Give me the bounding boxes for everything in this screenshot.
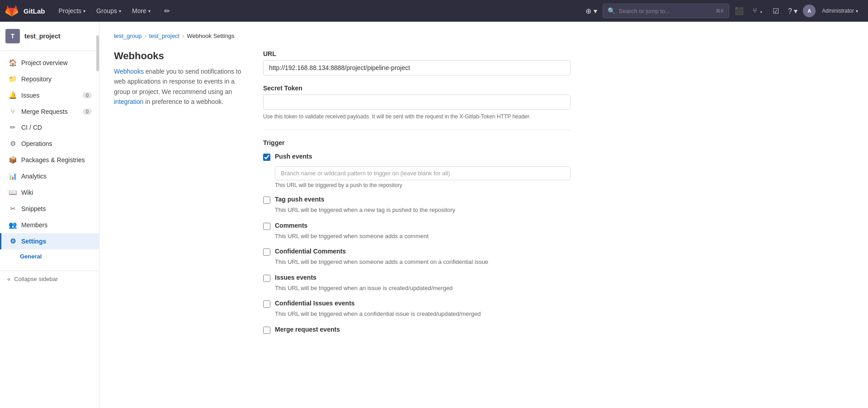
project-avatar: T <box>5 29 20 43</box>
sidebar-item-packages[interactable]: 📦 Packages & Registries <box>0 152 99 168</box>
sidebar-item-issues[interactable]: 🔔 Issues 0 <box>0 87 99 103</box>
trigger-tag-push-events: Tag push events This URL will be trigger… <box>263 196 571 215</box>
packages-icon: 📦 <box>9 156 17 164</box>
sidebar-item-cicd[interactable]: ✏ CI / CD <box>0 119 99 136</box>
webhook-layout: Webhooks Webhooks enable you to send not… <box>114 50 854 341</box>
collapse-icon: « <box>7 276 10 282</box>
sidebar-project-header: T test_project <box>0 22 99 51</box>
issues-badge: 0 <box>83 92 92 98</box>
gitlab-logo[interactable] <box>5 5 18 17</box>
secret-token-form-group: Secret Token Use this token to validate … <box>263 84 571 121</box>
sidebar-item-repository[interactable]: 📁 Repository <box>0 71 99 87</box>
secret-token-input[interactable] <box>263 94 571 110</box>
breadcrumb-test-project[interactable]: test_project <box>149 33 179 39</box>
pencil-icon-btn[interactable]: ✏ <box>160 4 174 18</box>
trigger-comments-row: Comments <box>263 222 571 230</box>
dock-icon-btn[interactable]: ⬛ <box>731 4 747 18</box>
sidebar-item-settings[interactable]: ⚙ Settings <box>0 233 99 249</box>
trigger-confidential-comments-row: Confidential Comments <box>263 248 571 256</box>
sidebar-nav: 🏠 Project overview 📁 Repository 🔔 Issues… <box>0 51 99 267</box>
settings-icon: ⚙ <box>9 237 17 245</box>
sidebar-sub-item-general[interactable]: General <box>0 249 99 263</box>
webhook-form: URL Secret Token Use this token to valid… <box>263 50 571 341</box>
scrollbar-thumb[interactable] <box>96 35 99 71</box>
search-bar[interactable]: 🔍 ⌘K <box>603 4 729 18</box>
scrollbar-track <box>96 22 99 408</box>
sidebar-item-merge-requests[interactable]: ⑂ Merge Requests 0 <box>0 103 99 119</box>
sidebar-item-operations[interactable]: ⚙ Operations <box>0 136 99 152</box>
sidebar-item-wiki[interactable]: 📖 Wiki <box>0 184 99 201</box>
push-events-checkbox[interactable] <box>263 154 270 161</box>
merge-request-events-label[interactable]: Merge request events <box>275 326 340 333</box>
confidential-issues-events-checkbox[interactable] <box>263 300 270 308</box>
help-icon-btn[interactable]: ? ▾ <box>784 4 801 18</box>
trigger-issues-events: Issues events This URL will be triggered… <box>263 274 571 293</box>
comments-label[interactable]: Comments <box>275 222 307 229</box>
trigger-confidential-comments: Confidential Comments This URL will be t… <box>263 248 571 267</box>
webhooks-link[interactable]: Webhooks <box>114 68 144 75</box>
breadcrumb-test-group[interactable]: test_group <box>114 33 142 39</box>
sidebar: T test_project 🏠 Project overview 📁 Repo… <box>0 22 99 408</box>
secret-token-hint: Use this token to validate received payl… <box>263 113 571 121</box>
confidential-issues-events-label[interactable]: Confidential Issues events <box>275 300 355 307</box>
chevron-down-icon: ▾ <box>119 9 121 14</box>
nav-groups[interactable]: Groups ▾ <box>92 5 126 17</box>
sidebar-item-members[interactable]: 👥 Members <box>0 217 99 233</box>
sidebar-item-project-overview[interactable]: 🏠 Project overview <box>0 55 99 71</box>
confidential-comments-label[interactable]: Confidential Comments <box>275 248 346 255</box>
merge-request-icon-btn[interactable]: ⑂ ▾ <box>749 4 767 18</box>
trigger-merge-request-row: Merge request events <box>263 326 571 334</box>
trigger-comments: Comments This URL will be triggered when… <box>263 222 571 241</box>
trigger-tag-push-row: Tag push events <box>263 196 571 204</box>
sidebar-item-analytics[interactable]: 📊 Analytics <box>0 168 99 184</box>
chevron-down-icon: ▾ <box>148 9 151 14</box>
collapse-sidebar-btn[interactable]: « Collapse sidebar <box>0 271 99 287</box>
project-name: test_project <box>24 33 60 40</box>
issues-events-label[interactable]: Issues events <box>275 274 316 281</box>
trigger-merge-request-events: Merge request events <box>263 326 571 334</box>
url-label: URL <box>263 50 571 57</box>
plus-icon-btn[interactable]: ⊕ ▾ <box>582 4 600 18</box>
integration-link[interactable]: integration <box>114 98 143 105</box>
trigger-push-events: Push events This URL will be triggered b… <box>263 153 571 188</box>
operations-icon: ⚙ <box>9 140 17 148</box>
cicd-icon: ✏ <box>9 123 17 131</box>
todo-icon-btn[interactable]: ☑ <box>769 4 783 18</box>
comments-checkbox[interactable] <box>263 223 270 230</box>
confidential-comments-checkbox[interactable] <box>263 249 270 256</box>
trigger-issues-row: Issues events <box>263 274 571 282</box>
page-layout: T test_project 🏠 Project overview 📁 Repo… <box>0 22 868 408</box>
nav-projects[interactable]: Projects ▾ <box>54 5 90 17</box>
merge-requests-badge: 0 <box>83 108 92 115</box>
main-content: test_group › test_project › Webhook Sett… <box>99 22 868 408</box>
breadcrumb-current: Webhook Settings <box>187 33 234 39</box>
breadcrumb-separator: › <box>144 33 146 39</box>
wiki-icon: 📖 <box>9 188 17 197</box>
brand-name: GitLab <box>24 7 45 15</box>
tag-push-events-checkbox[interactable] <box>263 197 270 204</box>
trigger-push-row: Push events <box>263 153 571 161</box>
snippets-icon: ✂ <box>9 205 17 213</box>
merge-requests-icon: ⑂ <box>9 108 17 115</box>
breadcrumb-separator: › <box>182 33 184 39</box>
confidential-issues-events-desc: This URL will be triggered when a confid… <box>275 310 571 319</box>
trigger-confidential-issues-events: Confidential Issues events This URL will… <box>263 300 571 319</box>
avatar-menu-btn[interactable]: Administrator ▾ <box>817 5 863 17</box>
issues-events-checkbox[interactable] <box>263 275 270 282</box>
push-events-label[interactable]: Push events <box>275 153 312 160</box>
url-input[interactable] <box>263 60 571 75</box>
home-icon: 🏠 <box>9 59 17 67</box>
trigger-section-title: Trigger <box>263 139 571 146</box>
nav-more[interactable]: More ▾ <box>127 5 155 17</box>
avatar[interactable]: A <box>803 5 816 17</box>
confidential-comments-desc: This URL will be triggered when someone … <box>275 258 571 267</box>
url-form-group: URL <box>263 50 571 75</box>
secret-token-label: Secret Token <box>263 84 571 92</box>
trigger-confidential-issues-row: Confidential Issues events <box>263 300 571 308</box>
push-events-branch-input[interactable] <box>275 166 571 180</box>
chevron-down-icon: ▾ <box>83 9 85 14</box>
merge-request-events-checkbox[interactable] <box>263 327 270 334</box>
tag-push-events-label[interactable]: Tag push events <box>275 196 324 203</box>
sidebar-item-snippets[interactable]: ✂ Snippets <box>0 201 99 217</box>
search-input[interactable] <box>619 8 712 14</box>
